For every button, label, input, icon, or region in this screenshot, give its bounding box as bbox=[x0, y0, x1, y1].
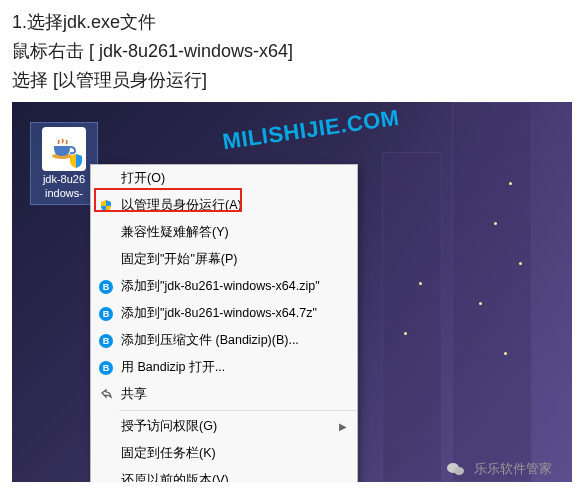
share-icon bbox=[95, 387, 117, 403]
footer-brand: 乐乐软件管家 bbox=[446, 460, 552, 478]
menu-add-compress[interactable]: B 添加到压缩文件 (Bandizip)(B)... bbox=[91, 327, 357, 354]
chevron-right-icon: ▶ bbox=[339, 421, 347, 432]
desktop-background: MILISHIJIE.COM jdk-8u26 indows- 打开(O) bbox=[12, 102, 572, 482]
instruction-line2: 鼠标右击 [ jdk-8u261-windows-x64] bbox=[12, 37, 570, 66]
bandizip-icon: B bbox=[95, 279, 117, 295]
menu-pin-start[interactable]: 固定到"开始"屏幕(P) bbox=[91, 246, 357, 273]
menu-open[interactable]: 打开(O) bbox=[91, 165, 357, 192]
shield-icon bbox=[95, 198, 117, 214]
menu-run-as-admin[interactable]: 以管理员身份运行(A) bbox=[91, 192, 357, 219]
menu-pin-taskbar[interactable]: 固定到任务栏(K) bbox=[91, 440, 357, 467]
menu-grant-access[interactable]: 授予访问权限(G) ▶ bbox=[91, 413, 357, 440]
context-menu: 打开(O) 以管理员身份运行(A) 兼容性疑难解答(Y) 固定到"开始"屏幕(P… bbox=[90, 164, 358, 482]
menu-separator bbox=[119, 410, 357, 411]
menu-compat-troubleshoot[interactable]: 兼容性疑难解答(Y) bbox=[91, 219, 357, 246]
instruction-line1: 1.选择jdk.exe文件 bbox=[12, 8, 570, 37]
menu-restore-versions[interactable]: 还原以前的版本(V) bbox=[91, 467, 357, 482]
java-icon bbox=[42, 127, 86, 171]
menu-share[interactable]: 共享 bbox=[91, 381, 357, 408]
icon-label-2: indows bbox=[45, 187, 79, 199]
menu-open-bandizip[interactable]: B 用 Bandizip 打开... bbox=[91, 354, 357, 381]
bandizip-icon: B bbox=[95, 360, 117, 376]
icon-label-1: jdk-8u2 bbox=[43, 173, 79, 185]
menu-add-zip[interactable]: B 添加到"jdk-8u261-windows-x64.zip" bbox=[91, 273, 357, 300]
wechat-icon bbox=[446, 461, 466, 477]
bandizip-icon: B bbox=[95, 306, 117, 322]
instruction-line3: 选择 [以管理员身份运行] bbox=[12, 66, 570, 95]
svg-point-2 bbox=[454, 467, 464, 475]
menu-add-7z[interactable]: B 添加到"jdk-8u261-windows-x64.7z" bbox=[91, 300, 357, 327]
desktop-file-icon[interactable]: jdk-8u26 indows- bbox=[30, 122, 98, 204]
bandizip-icon: B bbox=[95, 333, 117, 349]
